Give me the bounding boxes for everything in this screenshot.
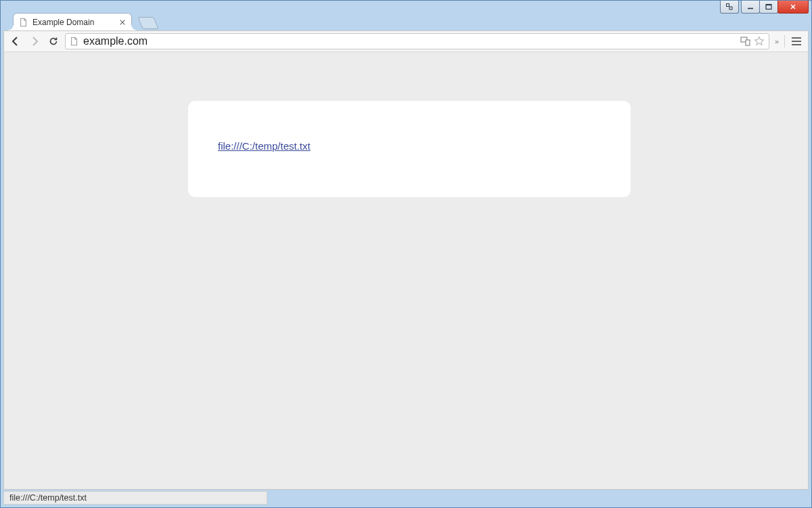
page-viewport: file:///C:/temp/test.txt [3,52,809,490]
svg-rect-10 [746,40,750,45]
file-link[interactable]: file:///C:/temp/test.txt [218,140,311,152]
address-bar[interactable] [65,33,769,49]
new-tab-button[interactable] [137,17,158,29]
browser-tab[interactable]: Example Domain [13,13,132,30]
file-icon [70,37,79,46]
window-controls [721,1,809,14]
window-assist-button[interactable] [720,1,739,14]
svg-rect-0 [727,4,729,7]
file-icon [19,18,28,27]
back-button[interactable] [8,34,23,49]
close-window-button[interactable] [777,1,809,14]
tab-strip: Example Domain [13,13,807,30]
omnibox-actions [740,36,765,47]
star-icon[interactable] [754,36,765,47]
status-text: file:///C:/temp/test.txt [9,493,87,503]
content-card: file:///C:/temp/test.txt [188,101,631,197]
menu-icon [792,37,801,39]
chrome-menu-button[interactable] [789,34,804,49]
svg-rect-1 [729,7,732,9]
tab-close-button[interactable] [118,18,127,27]
reload-icon [48,36,59,47]
arrow-right-icon [29,36,40,47]
status-bar: file:///C:/temp/test.txt [3,491,267,505]
url-input[interactable] [83,35,736,47]
overflow-button[interactable]: » [773,37,780,45]
arrow-left-icon [10,36,21,47]
tab-title: Example Domain [32,18,94,27]
browser-toolbar: » [3,30,809,52]
forward-button[interactable] [27,34,42,49]
maximize-button[interactable] [759,1,778,14]
close-icon [119,19,126,26]
toolbar-separator [784,35,785,47]
reload-button[interactable] [46,34,61,49]
devices-icon[interactable] [740,36,751,47]
minimize-button[interactable] [741,1,760,14]
